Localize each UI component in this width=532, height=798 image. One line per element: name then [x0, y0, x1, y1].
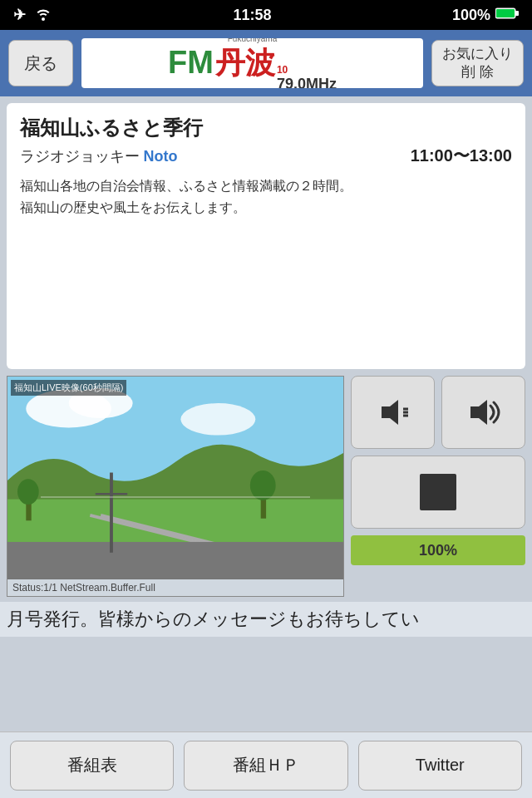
battery-icon — [495, 7, 519, 24]
svg-rect-1 — [496, 9, 515, 17]
status-left: ✈ — [13, 6, 52, 25]
logo-inner: Fukuchiyama FM 丹波 10 79.0MHz — [168, 38, 337, 88]
svg-point-14 — [17, 479, 39, 505]
bottom-nav: 番組表 番組ＨＰ Twitter — [0, 732, 532, 798]
stop-icon — [420, 474, 456, 510]
ticker-area: 月号発行。皆様からのメッセージもお待ちしてい — [0, 602, 532, 637]
logo-superscript: 10 — [277, 64, 288, 76]
status-time: 11:58 — [233, 7, 271, 24]
program-dj-name: Noto — [143, 148, 177, 165]
progress-text: 100% — [419, 542, 457, 559]
logo-fm: FM — [168, 45, 214, 81]
logo-wave-text: 丹波 — [215, 43, 275, 84]
svg-marker-21 — [470, 400, 487, 425]
airplane-icon: ✈ — [13, 6, 26, 24]
program-time: 11:00〜13:00 — [411, 145, 512, 167]
svg-rect-10 — [7, 542, 343, 579]
wifi-icon — [34, 6, 52, 25]
webcam-status: Status:1/1 NetStream.Buffer.Full — [7, 579, 343, 596]
progress-bar: 100% — [351, 535, 525, 565]
stop-button[interactable] — [351, 456, 525, 529]
program-dj-row: ラジオジョッキー Noto — [20, 146, 177, 166]
webcam-image — [7, 377, 343, 579]
status-bar: ✈ 11:58 100% — [0, 0, 532, 30]
controls-top — [351, 376, 525, 449]
logo-freq: 79.0MHz — [277, 76, 337, 89]
program-sub-row: ラジオジョッキー Noto 11:00〜13:00 — [20, 145, 512, 167]
program-dj-label: ラジオジョッキー — [20, 148, 140, 165]
webcam-label: 福知山LIVE映像(60秒間隔) — [11, 380, 126, 396]
battery-percent: 100% — [452, 7, 490, 24]
mute-button[interactable] — [351, 376, 435, 449]
favorite-button[interactable]: お気に入り 削 除 — [431, 40, 524, 86]
svg-point-16 — [250, 470, 276, 500]
controls-area: 100% — [351, 376, 525, 597]
website-button[interactable]: 番組ＨＰ — [184, 741, 347, 791]
svg-rect-2 — [515, 11, 519, 16]
program-card: 福知山ふるさと季行 ラジオジョッキー Noto 11:00〜13:00 福知山各… — [7, 103, 525, 369]
back-button[interactable]: 戻る — [8, 40, 73, 86]
status-right: 100% — [452, 7, 519, 24]
logo-area: Fukuchiyama FM 丹波 10 79.0MHz — [81, 38, 423, 88]
speaker-on-icon — [466, 394, 502, 431]
volume-button[interactable] — [441, 376, 525, 449]
schedule-button[interactable]: 番組表 — [10, 741, 174, 791]
speaker-off-icon — [375, 394, 411, 431]
svg-marker-17 — [382, 400, 398, 425]
header-bar: 戻る Fukuchiyama FM 丹波 10 79.0MHz お気に入り 削 … — [0, 30, 532, 96]
logo-main: FM 丹波 10 79.0MHz — [168, 43, 337, 89]
program-description: 福知山各地の自治会情報、ふるさと情報満載の２時間。 福知山の歴史や風土をお伝えし… — [20, 175, 512, 218]
media-section: 福知山LIVE映像(60秒間隔) — [7, 376, 525, 597]
webcam-area: 福知山LIVE映像(60秒間隔) — [7, 376, 344, 597]
svg-point-6 — [180, 403, 255, 436]
twitter-button[interactable]: Twitter — [358, 741, 522, 791]
program-title: 福知山ふるさと季行 — [20, 115, 512, 141]
ticker-text: 月号発行。皆様からのメッセージもお待ちしてい — [7, 608, 420, 629]
